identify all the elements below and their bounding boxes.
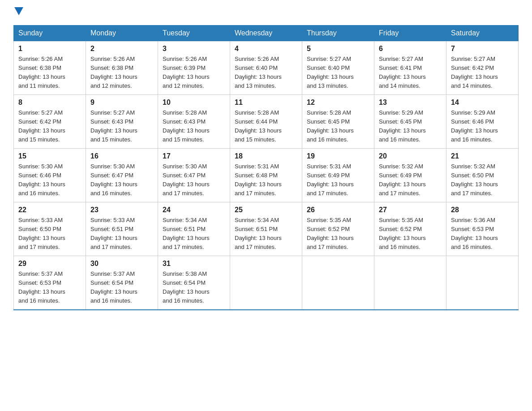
table-row: 24Sunrise: 5:34 AMSunset: 6:51 PMDayligh…	[158, 202, 230, 256]
day-number: 30	[90, 260, 153, 268]
calendar-week-row: 15Sunrise: 5:30 AMSunset: 6:46 PMDayligh…	[14, 149, 519, 202]
day-number: 6	[379, 45, 442, 53]
table-row: 2Sunrise: 5:26 AMSunset: 6:38 PMDaylight…	[86, 41, 158, 95]
day-number: 24	[163, 206, 225, 214]
day-number: 19	[307, 152, 369, 160]
table-row: 19Sunrise: 5:31 AMSunset: 6:49 PMDayligh…	[302, 149, 374, 202]
col-thursday: Thursday	[302, 26, 374, 41]
table-row: 14Sunrise: 5:29 AMSunset: 6:46 PMDayligh…	[446, 95, 519, 149]
col-tuesday: Tuesday	[158, 26, 230, 41]
table-row: 12Sunrise: 5:28 AMSunset: 6:45 PMDayligh…	[302, 95, 374, 149]
table-row: 10Sunrise: 5:28 AMSunset: 6:43 PMDayligh…	[158, 95, 230, 149]
day-number: 7	[451, 45, 514, 53]
day-number: 17	[163, 152, 225, 160]
day-number: 13	[379, 98, 442, 107]
day-number: 9	[90, 98, 153, 107]
day-info: Sunrise: 5:30 AMSunset: 6:47 PMDaylight:…	[90, 162, 153, 198]
col-saturday: Saturday	[446, 26, 519, 41]
col-monday: Monday	[86, 26, 158, 41]
day-info: Sunrise: 5:26 AMSunset: 6:38 PMDaylight:…	[18, 55, 81, 91]
day-info: Sunrise: 5:35 AMSunset: 6:52 PMDaylight:…	[307, 216, 369, 252]
day-info: Sunrise: 5:32 AMSunset: 6:49 PMDaylight:…	[379, 162, 442, 198]
day-number: 3	[163, 45, 225, 53]
table-row: 30Sunrise: 5:37 AMSunset: 6:54 PMDayligh…	[86, 256, 158, 310]
table-row: 5Sunrise: 5:27 AMSunset: 6:40 PMDaylight…	[302, 41, 374, 95]
day-number: 11	[235, 98, 297, 107]
day-info: Sunrise: 5:30 AMSunset: 6:46 PMDaylight:…	[18, 162, 81, 198]
day-number: 21	[451, 152, 514, 160]
table-row: 25Sunrise: 5:34 AMSunset: 6:51 PMDayligh…	[230, 202, 302, 256]
day-number: 29	[18, 260, 81, 268]
table-row: 6Sunrise: 5:27 AMSunset: 6:41 PMDaylight…	[374, 41, 446, 95]
table-row: 31Sunrise: 5:38 AMSunset: 6:54 PMDayligh…	[158, 256, 230, 310]
table-row: 20Sunrise: 5:32 AMSunset: 6:49 PMDayligh…	[374, 149, 446, 202]
day-info: Sunrise: 5:27 AMSunset: 6:43 PMDaylight:…	[90, 108, 153, 145]
day-number: 15	[18, 152, 81, 160]
day-number: 18	[235, 152, 297, 160]
day-info: Sunrise: 5:37 AMSunset: 6:54 PMDaylight:…	[90, 270, 153, 306]
day-info: Sunrise: 5:34 AMSunset: 6:51 PMDaylight:…	[235, 216, 297, 252]
table-row: 15Sunrise: 5:30 AMSunset: 6:46 PMDayligh…	[14, 149, 86, 202]
day-number: 14	[451, 98, 514, 107]
day-info: Sunrise: 5:27 AMSunset: 6:40 PMDaylight:…	[307, 55, 369, 91]
calendar-week-row: 22Sunrise: 5:33 AMSunset: 6:50 PMDayligh…	[14, 202, 519, 256]
table-row: 22Sunrise: 5:33 AMSunset: 6:50 PMDayligh…	[14, 202, 86, 256]
table-row: 16Sunrise: 5:30 AMSunset: 6:47 PMDayligh…	[86, 149, 158, 202]
table-row: 8Sunrise: 5:27 AMSunset: 6:42 PMDaylight…	[14, 95, 86, 149]
day-info: Sunrise: 5:27 AMSunset: 6:42 PMDaylight:…	[18, 108, 81, 145]
col-sunday: Sunday	[14, 26, 86, 41]
logo	[13, 9, 23, 17]
calendar-week-row: 29Sunrise: 5:37 AMSunset: 6:53 PMDayligh…	[14, 256, 519, 310]
day-info: Sunrise: 5:30 AMSunset: 6:47 PMDaylight:…	[163, 162, 225, 198]
col-friday: Friday	[374, 26, 446, 41]
calendar-table: Sunday Monday Tuesday Wednesday Thursday…	[13, 25, 519, 310]
table-row: 17Sunrise: 5:30 AMSunset: 6:47 PMDayligh…	[158, 149, 230, 202]
calendar-week-row: 8Sunrise: 5:27 AMSunset: 6:42 PMDaylight…	[14, 95, 519, 149]
table-row	[446, 256, 519, 310]
day-info: Sunrise: 5:33 AMSunset: 6:51 PMDaylight:…	[90, 216, 153, 252]
table-row: 13Sunrise: 5:29 AMSunset: 6:45 PMDayligh…	[374, 95, 446, 149]
day-number: 27	[379, 206, 442, 214]
table-row	[374, 256, 446, 310]
day-info: Sunrise: 5:28 AMSunset: 6:44 PMDaylight:…	[235, 108, 297, 145]
day-info: Sunrise: 5:29 AMSunset: 6:45 PMDaylight:…	[379, 108, 442, 145]
logo-triangle-icon	[14, 7, 23, 15]
day-number: 26	[307, 206, 369, 214]
table-row: 21Sunrise: 5:32 AMSunset: 6:50 PMDayligh…	[446, 149, 519, 202]
table-row: 23Sunrise: 5:33 AMSunset: 6:51 PMDayligh…	[86, 202, 158, 256]
day-info: Sunrise: 5:26 AMSunset: 6:39 PMDaylight:…	[163, 55, 225, 91]
day-info: Sunrise: 5:31 AMSunset: 6:48 PMDaylight:…	[235, 162, 297, 198]
calendar-header-row: Sunday Monday Tuesday Wednesday Thursday…	[14, 26, 519, 41]
day-number: 12	[307, 98, 369, 107]
calendar-week-row: 1Sunrise: 5:26 AMSunset: 6:38 PMDaylight…	[14, 41, 519, 95]
day-number: 10	[163, 98, 225, 107]
day-number: 23	[90, 206, 153, 214]
table-row: 26Sunrise: 5:35 AMSunset: 6:52 PMDayligh…	[302, 202, 374, 256]
table-row: 27Sunrise: 5:35 AMSunset: 6:52 PMDayligh…	[374, 202, 446, 256]
day-number: 8	[18, 98, 81, 107]
day-info: Sunrise: 5:37 AMSunset: 6:53 PMDaylight:…	[18, 270, 81, 306]
table-row: 29Sunrise: 5:37 AMSunset: 6:53 PMDayligh…	[14, 256, 86, 310]
day-info: Sunrise: 5:38 AMSunset: 6:54 PMDaylight:…	[163, 270, 225, 306]
day-info: Sunrise: 5:28 AMSunset: 6:45 PMDaylight:…	[307, 108, 369, 145]
day-number: 25	[235, 206, 297, 214]
table-row: 3Sunrise: 5:26 AMSunset: 6:39 PMDaylight…	[158, 41, 230, 95]
table-row: 1Sunrise: 5:26 AMSunset: 6:38 PMDaylight…	[14, 41, 86, 95]
day-number: 22	[18, 206, 81, 214]
day-info: Sunrise: 5:33 AMSunset: 6:50 PMDaylight:…	[18, 216, 81, 252]
day-number: 28	[451, 206, 514, 214]
day-info: Sunrise: 5:35 AMSunset: 6:52 PMDaylight:…	[379, 216, 442, 252]
day-info: Sunrise: 5:31 AMSunset: 6:49 PMDaylight:…	[307, 162, 369, 198]
day-info: Sunrise: 5:27 AMSunset: 6:42 PMDaylight:…	[451, 55, 514, 91]
day-info: Sunrise: 5:27 AMSunset: 6:41 PMDaylight:…	[379, 55, 442, 91]
table-row: 4Sunrise: 5:26 AMSunset: 6:40 PMDaylight…	[230, 41, 302, 95]
day-number: 16	[90, 152, 153, 160]
day-info: Sunrise: 5:29 AMSunset: 6:46 PMDaylight:…	[451, 108, 514, 145]
day-number: 2	[90, 45, 153, 53]
page-header	[13, 9, 519, 17]
day-info: Sunrise: 5:32 AMSunset: 6:50 PMDaylight:…	[451, 162, 514, 198]
table-row: 9Sunrise: 5:27 AMSunset: 6:43 PMDaylight…	[86, 95, 158, 149]
day-info: Sunrise: 5:34 AMSunset: 6:51 PMDaylight:…	[163, 216, 225, 252]
day-info: Sunrise: 5:26 AMSunset: 6:38 PMDaylight:…	[90, 55, 153, 91]
day-number: 4	[235, 45, 297, 53]
